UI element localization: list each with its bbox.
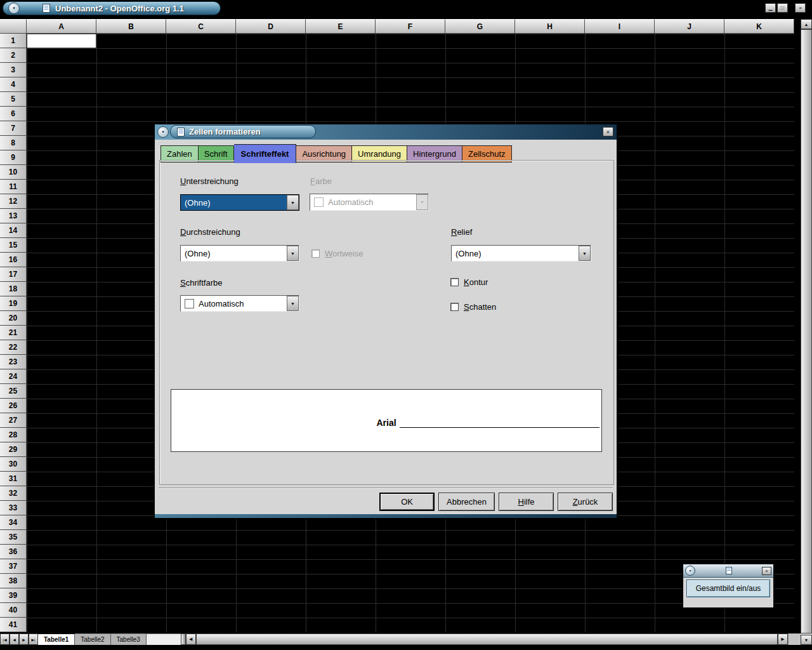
- next-sheet-button[interactable]: ▶: [19, 633, 29, 645]
- last-sheet-button[interactable]: ▶|: [29, 633, 38, 645]
- shadow-label: Schatten: [464, 302, 496, 312]
- strikethrough-combobox[interactable]: (Ohne) ▼: [180, 245, 299, 262]
- row-header-12[interactable]: 12: [0, 194, 27, 209]
- row-header-31[interactable]: 31: [0, 472, 27, 486]
- zurueck-button[interactable]: Zurück: [558, 493, 613, 511]
- float-window-close-button[interactable]: ×: [762, 567, 771, 575]
- hilfe-button[interactable]: Hilfe: [499, 493, 554, 511]
- row-header-25[interactable]: 25: [0, 384, 27, 399]
- abbrechen-button[interactable]: Abbrechen: [438, 493, 495, 511]
- dropdown-arrow-icon[interactable]: ▼: [579, 246, 591, 261]
- dialog-close-button[interactable]: ×: [603, 127, 613, 136]
- scroll-up-icon[interactable]: ▲: [801, 19, 812, 29]
- column-header-i[interactable]: I: [585, 19, 655, 34]
- row-header-22[interactable]: 22: [0, 340, 27, 355]
- gesamtbild-toggle-button[interactable]: Gesamtbild ein/aus: [686, 580, 770, 597]
- scroll-down-icon[interactable]: ▼: [801, 635, 812, 645]
- vertical-scrollbar[interactable]: ▲ ▼: [801, 19, 812, 645]
- row-header-3[interactable]: 3: [0, 63, 27, 77]
- horizontal-scroll-thumb[interactable]: [196, 633, 778, 645]
- relief-combobox[interactable]: (Ohne) ▼: [451, 245, 591, 262]
- row-header-30[interactable]: 30: [0, 457, 27, 472]
- dropdown-arrow-icon[interactable]: ▼: [287, 195, 299, 210]
- active-cell-a1[interactable]: [27, 34, 96, 48]
- horizontal-scrollbar[interactable]: ◀ ▶: [186, 633, 788, 645]
- column-header-b[interactable]: B: [96, 19, 166, 34]
- dropdown-arrow-icon[interactable]: ▼: [287, 246, 299, 261]
- column-header-e[interactable]: E: [306, 19, 376, 34]
- column-header-k[interactable]: K: [724, 19, 794, 34]
- row-header-36[interactable]: 36: [0, 545, 27, 559]
- first-sheet-button[interactable]: |◀: [0, 633, 10, 645]
- row-header-23[interactable]: 23: [0, 355, 27, 369]
- row-header-15[interactable]: 15: [0, 238, 27, 253]
- column-header-d[interactable]: D: [236, 19, 306, 34]
- row-header-6[interactable]: 6: [0, 107, 27, 121]
- select-all-corner[interactable]: [0, 19, 27, 34]
- row-header-21[interactable]: 21: [0, 326, 27, 340]
- column-header-j[interactable]: J: [655, 19, 724, 34]
- tab-scrollbar-splitter[interactable]: [181, 633, 186, 645]
- column-header-c[interactable]: C: [166, 19, 236, 34]
- row-header-16[interactable]: 16: [0, 253, 27, 267]
- close-button[interactable]: ×: [795, 3, 806, 13]
- vertical-scroll-thumb[interactable]: [801, 29, 812, 633]
- row-header-29[interactable]: 29: [0, 442, 27, 457]
- row-header-27[interactable]: 27: [0, 413, 27, 428]
- row-header-24[interactable]: 24: [0, 369, 27, 384]
- row-header-17[interactable]: 17: [0, 267, 27, 282]
- dropdown-arrow-icon[interactable]: ▼: [287, 296, 299, 311]
- column-header-a[interactable]: A: [27, 19, 96, 34]
- row-header-11[interactable]: 11: [0, 180, 27, 194]
- dialog-title-capsule: Zellen formatieren: [170, 125, 316, 138]
- sheet-tab-tabelle3[interactable]: Tabelle3: [111, 633, 147, 645]
- sheet-tab-tabelle1[interactable]: Tabelle1: [38, 633, 75, 645]
- row-header-18[interactable]: 18: [0, 282, 27, 296]
- shadow-checkbox[interactable]: Schatten: [450, 302, 496, 312]
- row-header-35[interactable]: 35: [0, 530, 27, 545]
- row-header-40[interactable]: 40: [0, 603, 27, 618]
- row-header-1[interactable]: 1: [0, 34, 27, 48]
- row-header-34[interactable]: 34: [0, 515, 27, 530]
- scroll-right-icon[interactable]: ▶: [778, 633, 788, 645]
- window-menu-button[interactable]: ▼: [8, 3, 20, 14]
- row-header-19[interactable]: 19: [0, 296, 27, 311]
- underline-combobox[interactable]: (Ohne) ▼: [180, 194, 299, 211]
- row-header-7[interactable]: 7: [0, 121, 27, 136]
- row-header-2[interactable]: 2: [0, 48, 27, 63]
- outline-checkbox[interactable]: Kontur: [450, 277, 488, 287]
- strikethrough-label: Durchstreichung: [180, 227, 240, 237]
- tab-schrifteffekt[interactable]: Schrifteffekt: [234, 144, 297, 163]
- row-header-10[interactable]: 10: [0, 165, 27, 180]
- minimize-button[interactable]: ▁: [765, 3, 776, 13]
- row-header-28[interactable]: 28: [0, 428, 27, 442]
- ok-button[interactable]: OK: [379, 493, 435, 511]
- row-header-13[interactable]: 13: [0, 209, 27, 223]
- row-headers: 1234567891011121314151617181920212223242…: [0, 34, 27, 632]
- checkbox-box-icon[interactable]: [450, 278, 459, 286]
- maximize-button[interactable]: □: [777, 3, 788, 13]
- scroll-left-icon[interactable]: ◀: [186, 633, 196, 645]
- column-header-g[interactable]: G: [445, 19, 515, 34]
- row-header-5[interactable]: 5: [0, 92, 27, 107]
- column-header-f[interactable]: F: [376, 19, 445, 34]
- row-header-8[interactable]: 8: [0, 136, 27, 150]
- checkbox-box-icon[interactable]: [450, 303, 459, 311]
- row-header-26[interactable]: 26: [0, 399, 27, 413]
- row-header-39[interactable]: 39: [0, 588, 27, 603]
- row-header-20[interactable]: 20: [0, 311, 27, 326]
- previous-sheet-button[interactable]: ◀: [10, 633, 19, 645]
- row-header-41[interactable]: 41: [0, 618, 27, 632]
- float-window-menu-button[interactable]: ▼: [685, 566, 695, 576]
- row-header-4[interactable]: 4: [0, 77, 27, 92]
- row-header-32[interactable]: 32: [0, 486, 27, 501]
- dialog-menu-button[interactable]: ▼: [157, 126, 169, 138]
- row-header-37[interactable]: 37: [0, 559, 27, 574]
- row-header-33[interactable]: 33: [0, 501, 27, 515]
- column-header-h[interactable]: H: [515, 19, 585, 34]
- sheet-tab-tabelle2[interactable]: Tabelle2: [75, 633, 110, 645]
- row-header-14[interactable]: 14: [0, 223, 27, 238]
- font-color-combobox[interactable]: Automatisch ▼: [180, 295, 299, 312]
- row-header-38[interactable]: 38: [0, 574, 27, 588]
- row-header-9[interactable]: 9: [0, 150, 27, 165]
